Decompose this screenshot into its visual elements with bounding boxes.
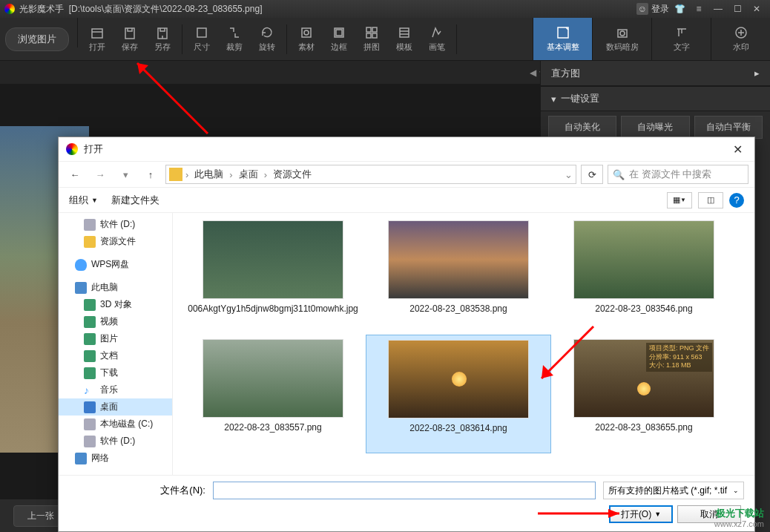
- tool-0[interactable]: 打开: [81, 25, 113, 53]
- svg-rect-10: [366, 33, 371, 38]
- title-bar: 光影魔术手 [D:\tools\桌面\资源文件\2022-08-23_08365…: [0, 0, 770, 18]
- file-grid[interactable]: 006AkgtYgy1h5djnw8bgmj311t0mowhk.jpg2022…: [173, 213, 754, 475]
- file-name: 2022-08-23_083614.png: [409, 423, 507, 435]
- tree-item[interactable]: 下载: [59, 364, 172, 381]
- tree-item[interactable]: 软件 (D:): [59, 433, 172, 450]
- refresh-button[interactable]: ⟳: [581, 165, 603, 184]
- help-icon[interactable]: ?: [729, 193, 744, 208]
- tool-1[interactable]: 保存: [113, 25, 146, 53]
- tree-item[interactable]: 图片: [59, 330, 172, 347]
- tool-3[interactable]: 尺寸: [185, 25, 218, 53]
- tree-item[interactable]: 桌面: [59, 398, 172, 416]
- tree-item[interactable]: WPS网盘: [59, 256, 172, 273]
- tree-item[interactable]: 网络: [59, 450, 172, 467]
- file-item[interactable]: 2022-08-23_083614.png: [366, 335, 551, 453]
- file-item[interactable]: 006AkgtYgy1h5djnw8bgmj311t0mowhk.jpg: [180, 216, 366, 335]
- nav-back-icon[interactable]: ←: [65, 165, 85, 183]
- file-item[interactable]: 2022-08-23_083538.png: [366, 216, 551, 335]
- tool-7[interactable]: 边框: [323, 25, 355, 53]
- login-link[interactable]: 登录: [651, 3, 669, 16]
- nav-forward-icon: →: [90, 165, 111, 183]
- auto-btn-1[interactable]: 自动曝光: [621, 116, 689, 139]
- search-input[interactable]: 🔍 在 资源文件 中搜索: [608, 165, 748, 184]
- filename-label: 文件名(N):: [69, 484, 205, 497]
- right-tool-1[interactable]: 数码暗房: [592, 18, 651, 60]
- cancel-button[interactable]: 取消: [677, 505, 741, 523]
- tool-2[interactable]: 另存: [146, 25, 179, 53]
- breadcrumb[interactable]: › 此电脑› 桌面› 资源文件 ⌄: [165, 165, 576, 184]
- file-item[interactable]: 项目类型: PNG 文件分辨率: 911 x 563大小: 1.18 MB202…: [551, 335, 737, 453]
- menu-icon[interactable]: ≡: [690, 2, 708, 16]
- tree-item[interactable]: 本地磁盘 (C:): [59, 416, 172, 433]
- preview-pane-button[interactable]: ◫: [698, 192, 723, 208]
- file-name: 006AkgtYgy1h5djnw8bgmj311t0mowhk.jpg: [188, 303, 358, 315]
- folder-tree[interactable]: 软件 (D:)资源文件WPS网盘此电脑3D 对象视频图片文档下载♪音乐桌面本地磁…: [59, 213, 173, 475]
- file-type-filter[interactable]: 所有支持的图片格式 (*.gif; *.tif⌄: [603, 482, 744, 499]
- auto-btn-0[interactable]: 自动美化: [548, 116, 616, 139]
- tree-item[interactable]: 软件 (D:): [59, 216, 172, 233]
- tool-10[interactable]: 画笔: [421, 25, 453, 53]
- svg-rect-0: [92, 29, 102, 38]
- dialog-close-icon[interactable]: ✕: [728, 142, 747, 157]
- file-name: 2022-08-23_083538.png: [409, 303, 507, 315]
- app-logo-icon: [4, 4, 15, 14]
- file-name: 2022-08-23_083655.png: [595, 422, 692, 434]
- svg-rect-3: [197, 28, 206, 37]
- svg-rect-1: [125, 28, 134, 39]
- svg-point-5: [304, 30, 309, 35]
- one-key-header[interactable]: ▾ 一键设置: [541, 86, 770, 111]
- tool-8[interactable]: 拼图: [355, 25, 388, 53]
- new-folder-button[interactable]: 新建文件夹: [111, 194, 159, 207]
- auto-btn-2[interactable]: 自动白平衡: [694, 116, 763, 139]
- svg-rect-4: [302, 28, 311, 37]
- dialog-title: 打开: [84, 142, 103, 156]
- close-icon[interactable]: ✕: [748, 2, 766, 16]
- tool-5[interactable]: 旋转: [251, 25, 283, 53]
- file-name: 2022-08-23_083546.png: [595, 303, 692, 315]
- dialog-toolbar: 组织 ▼ 新建文件夹 ▦ ▼ ◫ ?: [59, 188, 754, 213]
- right-tool-0[interactable]: 基本调整: [533, 18, 592, 60]
- maximize-icon[interactable]: ☐: [728, 2, 746, 16]
- dialog-footer: 文件名(N): 所有支持的图片格式 (*.gif; *.tif⌄ 打开(O)▼ …: [59, 475, 754, 531]
- search-icon: 🔍: [613, 169, 625, 180]
- tool-9[interactable]: 模板: [388, 25, 421, 53]
- organize-menu[interactable]: 组织 ▼: [69, 194, 98, 207]
- main-toolbar: 浏览图片 打开保存另存尺寸裁剪旋转素材边框拼图模板画笔 基本调整数码暗房文字水印: [0, 18, 770, 61]
- open-file-dialog: 打开 ✕ ← → ▾ ↑ › 此电脑› 桌面› 资源文件 ⌄ ⟳ 🔍 在 资源文…: [58, 137, 755, 532]
- file-name: 2022-08-23_083557.png: [224, 422, 321, 434]
- tree-item[interactable]: 文档: [59, 347, 172, 364]
- skin-icon[interactable]: 👕: [671, 2, 688, 16]
- file-thumbnail: 项目类型: PNG 文件分辨率: 911 x 563大小: 1.18 MB: [573, 339, 714, 418]
- tool-6[interactable]: 素材: [290, 25, 323, 53]
- tree-item[interactable]: 此电脑: [59, 279, 172, 296]
- tool-4[interactable]: 裁剪: [218, 25, 251, 53]
- browse-images-button[interactable]: 浏览图片: [0, 18, 74, 60]
- tree-item[interactable]: 3D 对象: [59, 296, 172, 313]
- view-mode-button[interactable]: ▦ ▼: [667, 192, 692, 208]
- file-thumbnail: [573, 220, 714, 299]
- nav-recent-icon[interactable]: ▾: [115, 165, 136, 183]
- filename-input[interactable]: [213, 482, 596, 499]
- file-item[interactable]: 2022-08-23_083557.png: [180, 335, 366, 453]
- svg-rect-8: [366, 27, 371, 32]
- svg-rect-9: [372, 27, 377, 32]
- tree-item[interactable]: 视频: [59, 313, 172, 330]
- nav-up-icon[interactable]: ↑: [140, 165, 161, 183]
- svg-rect-13: [558, 27, 568, 38]
- folder-icon: [169, 168, 182, 181]
- right-tool-2[interactable]: 文字: [651, 18, 711, 60]
- minimize-icon[interactable]: —: [709, 2, 727, 16]
- open-button[interactable]: 打开(O)▼: [609, 505, 673, 523]
- file-thumbnail: [203, 220, 343, 299]
- svg-point-15: [620, 31, 625, 36]
- svg-rect-11: [372, 33, 377, 38]
- svg-rect-12: [400, 28, 409, 37]
- dialog-logo-icon: [66, 143, 78, 155]
- tree-item[interactable]: 资源文件: [59, 233, 172, 250]
- tree-item[interactable]: ♪音乐: [59, 381, 172, 398]
- right-tool-3[interactable]: 水印: [711, 18, 770, 60]
- svg-rect-7: [336, 30, 342, 36]
- histogram-header[interactable]: 直方图 ▸: [541, 61, 770, 86]
- avatar-icon[interactable]: ☺: [636, 3, 648, 15]
- file-item[interactable]: 2022-08-23_083546.png: [551, 216, 737, 335]
